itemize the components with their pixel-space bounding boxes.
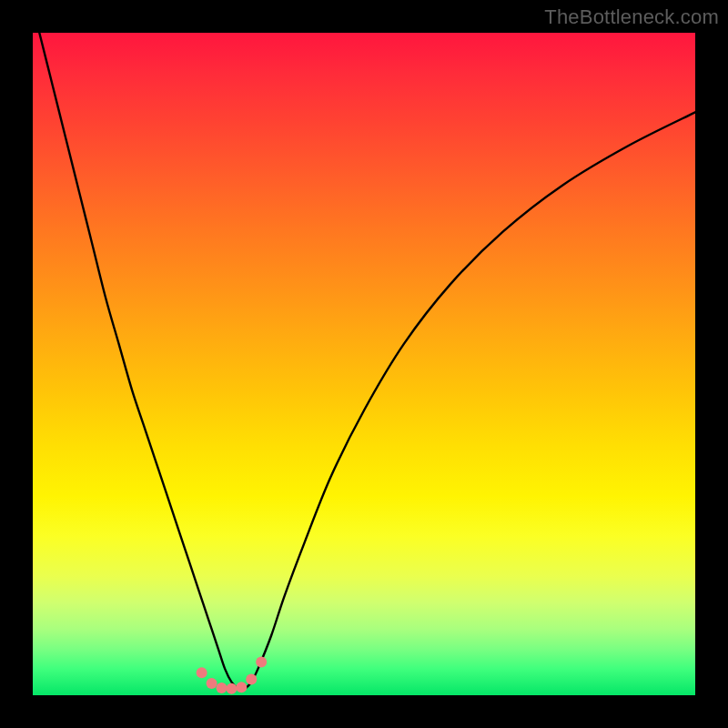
valley-dot xyxy=(246,674,257,685)
chart-frame: TheBottleneck.com xyxy=(0,0,728,728)
valley-dot xyxy=(236,682,247,693)
watermark-text: TheBottleneck.com xyxy=(544,5,719,29)
valley-dot xyxy=(256,657,267,668)
valley-dot xyxy=(197,667,207,678)
valley-dot xyxy=(226,683,237,694)
plot-area xyxy=(33,33,695,695)
curve-svg xyxy=(33,33,695,695)
valley-dot xyxy=(216,682,227,693)
valley-dot xyxy=(207,678,217,689)
bottleneck-curve xyxy=(39,33,695,690)
